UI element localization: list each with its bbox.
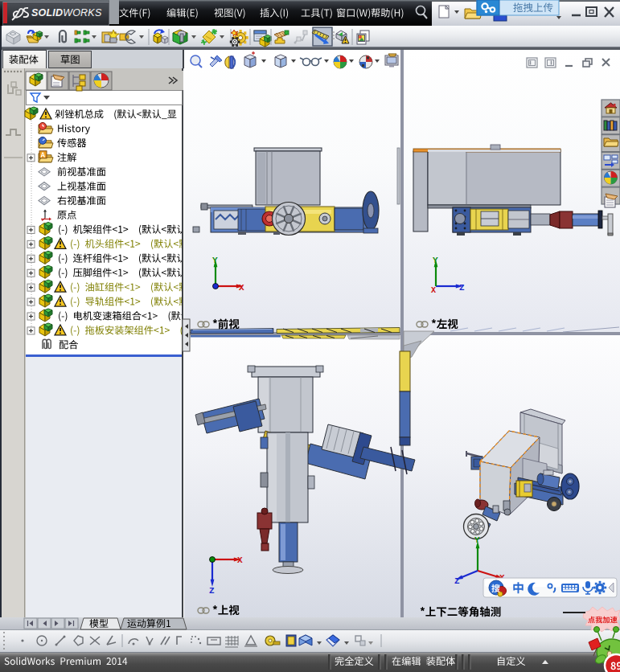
svg-text:Y: Y [212, 256, 218, 265]
svg-text:Y: Y [433, 256, 438, 265]
svg-text:X: X [237, 555, 243, 565]
svg-text:Y: Y [474, 535, 480, 545]
svg-text:Z: Z [454, 576, 460, 586]
svg-text:Z: Z [459, 283, 465, 293]
svg-text:Z: Z [209, 586, 215, 596]
svg-text:X: X [239, 283, 244, 293]
svg-text:X: X [431, 286, 436, 295]
